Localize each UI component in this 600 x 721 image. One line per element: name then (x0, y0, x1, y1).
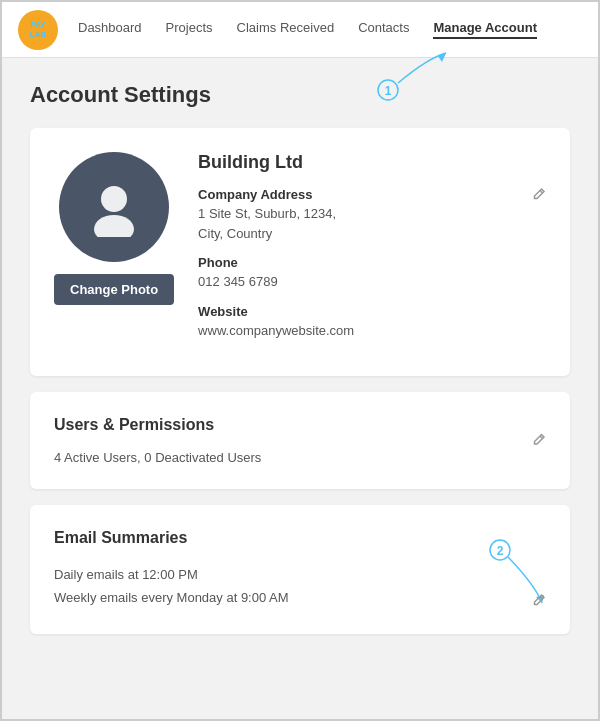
address-value: 1 Site St, Suburb, 1234,City, Country (198, 204, 546, 243)
phone-label: Phone (198, 255, 546, 270)
nav-links: Dashboard Projects Claims Received Conta… (78, 20, 582, 39)
email-detail-2: Weekly emails every Monday at 9:00 AM (54, 586, 546, 609)
website-value: www.companywebsite.com (198, 321, 546, 341)
navbar: PAY LAB Dashboard Projects Claims Receiv… (2, 2, 598, 58)
avatar-section: Change Photo (54, 152, 174, 305)
users-edit-icon[interactable] (532, 432, 546, 449)
logo-line2: LAB (30, 30, 46, 40)
address-edit-icon[interactable] (532, 187, 546, 204)
email-edit-icon[interactable] (532, 593, 546, 610)
email-detail-1: Daily emails at 12:00 PM (54, 563, 546, 586)
email-card: Email Summaries Daily emails at 12:00 PM… (30, 505, 570, 634)
website-label: Website (198, 304, 546, 319)
address-label: Company Address (198, 187, 546, 202)
users-card: Users & Permissions 4 Active Users, 0 De… (30, 392, 570, 489)
email-section-title: Email Summaries (54, 529, 546, 547)
change-photo-button[interactable]: Change Photo (54, 274, 174, 305)
svg-point-3 (101, 186, 127, 212)
company-info: Building Ltd Company Address 1 Site St, … (198, 152, 546, 352)
address-section: Company Address 1 Site St, Suburb, 1234,… (198, 187, 546, 243)
nav-claims[interactable]: Claims Received (237, 20, 335, 39)
email-details: Daily emails at 12:00 PM Weekly emails e… (54, 563, 546, 610)
phone-section: Phone 012 345 6789 (198, 255, 546, 292)
company-card: Change Photo Building Ltd Company Addres… (30, 128, 570, 376)
users-summary: 4 Active Users, 0 Deactivated Users (54, 450, 546, 465)
page-content: 1 Account Settings Change Photo (2, 58, 598, 674)
company-name: Building Ltd (198, 152, 546, 173)
website-section: Website www.companywebsite.com (198, 304, 546, 341)
nav-contacts[interactable]: Contacts (358, 20, 409, 39)
svg-point-4 (94, 215, 134, 237)
logo-line1: PAY (30, 20, 46, 30)
avatar (59, 152, 169, 262)
nav-projects[interactable]: Projects (166, 20, 213, 39)
nav-dashboard[interactable]: Dashboard (78, 20, 142, 39)
users-section-title: Users & Permissions (54, 416, 546, 434)
page-title: Account Settings (30, 82, 570, 108)
nav-manage-account[interactable]: Manage Account (433, 20, 537, 39)
phone-value: 012 345 6789 (198, 272, 546, 292)
logo[interactable]: PAY LAB (18, 10, 58, 50)
user-avatar-icon (84, 177, 144, 237)
